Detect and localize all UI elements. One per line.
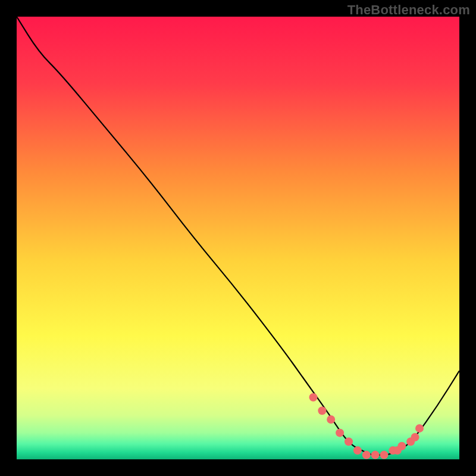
marker-dot: [371, 451, 380, 459]
gradient-background: [17, 17, 459, 459]
marker-dot: [411, 433, 419, 441]
marker-dot: [397, 442, 406, 450]
marker-dot: [380, 451, 389, 459]
marker-dot: [362, 451, 371, 459]
bottleneck-chart: [17, 17, 459, 459]
marker-dot: [345, 437, 353, 446]
chart-plot-area: [17, 17, 459, 459]
marker-dot: [415, 424, 424, 433]
marker-dot: [318, 406, 326, 415]
marker-dot: [327, 415, 335, 424]
watermark-text: TheBottleneck.com: [347, 2, 470, 18]
marker-dot: [309, 393, 318, 402]
marker-dot: [336, 428, 344, 437]
marker-dot: [353, 446, 362, 455]
chart-frame: TheBottleneck.com: [0, 0, 476, 476]
